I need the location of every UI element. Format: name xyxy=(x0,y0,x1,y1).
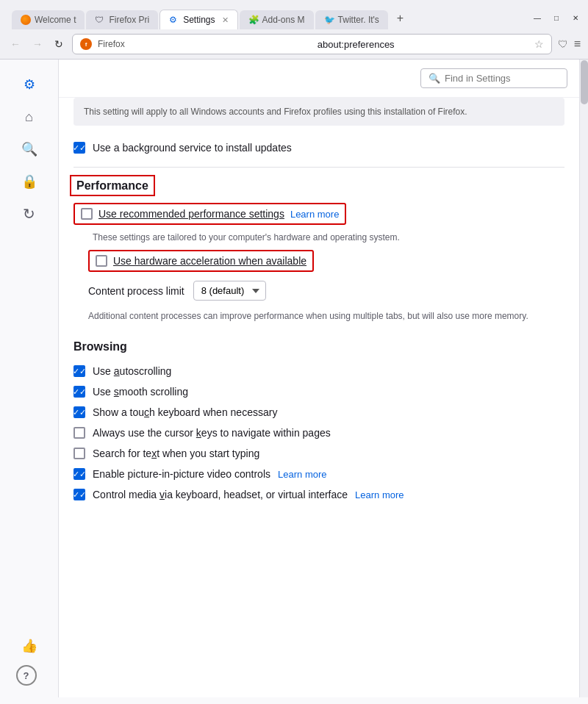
media-control-learn-more-link[interactable]: Learn more xyxy=(355,489,404,500)
process-limit-hint: Additional content processes can improve… xyxy=(88,309,559,323)
process-limit-label: Content process limit xyxy=(88,285,184,297)
recommended-settings-checkbox[interactable] xyxy=(81,208,93,220)
shield-icon: 🛡 xyxy=(95,15,105,25)
minimize-button[interactable]: — xyxy=(531,11,544,24)
browsing-item-touch-keyboard: ✓ Show a touch keyboard when necessary xyxy=(74,402,564,423)
browsing-item-search-typing: Search for text when you start typing xyxy=(74,443,564,464)
scrollbar-track[interactable] xyxy=(579,60,588,697)
new-tab-button[interactable]: + xyxy=(390,7,411,29)
address-bar: ← → ↻ f Firefox about:preferences ☆ 🛡 ≡ xyxy=(0,29,588,59)
sidebar-item-settings[interactable]: ⚙ xyxy=(16,71,43,98)
search-icon: 🔍 xyxy=(429,73,440,84)
tab-addons-label: Add-ons M xyxy=(262,15,305,25)
browsing-title: Browsing xyxy=(74,340,564,353)
window-controls: — □ ✕ xyxy=(531,11,582,24)
process-limit-select[interactable]: 8 (default) 1 2 4 16 xyxy=(193,281,266,301)
performance-section: Performance Use recommended performance … xyxy=(74,179,564,323)
sidebar-item-sync[interactable]: ↻ xyxy=(16,201,43,227)
tab-settings-close[interactable]: ✕ xyxy=(222,15,229,25)
browsing-item-media-control: ✓ Control media via keyboard, headset, o… xyxy=(74,484,564,505)
browser-chrome: Welcome t 🛡 Firefox Pri ⚙ Settings ✕ 🧩 A… xyxy=(0,0,588,60)
search-input[interactable] xyxy=(445,73,568,84)
sidebar-item-home[interactable]: ⌂ xyxy=(16,104,43,130)
url-address: about:preferences xyxy=(318,39,528,50)
process-limit-row: Content process limit 8 (default) 1 2 4 … xyxy=(88,275,564,306)
recommended-learn-more-link[interactable]: Learn more xyxy=(290,209,339,220)
pip-checkbox[interactable]: ✓ xyxy=(74,468,85,480)
settings-content-area: 🔍 This setting will apply to all Windows… xyxy=(59,60,579,697)
tab-settings[interactable]: ⚙ Settings ✕ xyxy=(159,10,237,29)
menu-button[interactable]: ≡ xyxy=(574,37,581,51)
cursor-keys-label[interactable]: Always use the cursor keys to navigate w… xyxy=(93,427,331,439)
main-layout: ⚙ ⌂ 🔍 🔒 ↻ 👍 ? 🔍 This setting will apply … xyxy=(0,60,588,697)
smooth-scroll-label[interactable]: Use smooth scrolling xyxy=(93,386,188,398)
title-bar: Welcome t 🛡 Firefox Pri ⚙ Settings ✕ 🧩 A… xyxy=(0,0,588,29)
search-typing-checkbox[interactable] xyxy=(74,448,85,459)
media-control-checkbox[interactable]: ✓ xyxy=(74,489,85,500)
tab-settings-label: Settings xyxy=(183,15,215,25)
puzzle-icon: 🧩 xyxy=(248,15,259,25)
notice-banner: This setting will apply to all Windows a… xyxy=(74,98,564,126)
performance-title-highlighted: Performance xyxy=(74,179,151,193)
notice-text: This setting will apply to all Windows a… xyxy=(84,107,467,117)
browsing-item-autoscroll: ✓ Use autoscrolling xyxy=(74,361,564,381)
hardware-accel-checkbox[interactable] xyxy=(96,255,107,267)
url-bar[interactable]: f Firefox about:preferences ☆ xyxy=(72,34,552,54)
bookmark-star-icon[interactable]: ☆ xyxy=(534,38,544,50)
sidebar-item-privacy[interactable]: 🔒 xyxy=(16,168,43,195)
background-service-row: ✓ Use a background service to install up… xyxy=(74,137,564,158)
touch-keyboard-label[interactable]: Show a touch keyboard when necessary xyxy=(93,406,277,418)
forward-button[interactable]: → xyxy=(29,35,46,53)
process-limit-select-wrapper: 8 (default) 1 2 4 16 xyxy=(193,281,266,301)
content-search-bar: 🔍 xyxy=(59,60,579,98)
shield-icon[interactable]: 🛡 xyxy=(558,38,568,50)
url-favicon: f xyxy=(80,38,92,50)
cursor-keys-checkbox[interactable] xyxy=(74,427,85,439)
smooth-scroll-checkbox[interactable]: ✓ xyxy=(74,386,85,398)
divider-performance xyxy=(74,167,564,168)
tab-privacy-label: Firefox Pri xyxy=(109,15,149,25)
sidebar-item-help[interactable]: ? xyxy=(16,665,37,686)
touch-keyboard-checkbox[interactable]: ✓ xyxy=(74,406,85,418)
tabs-bar: Welcome t 🛡 Firefox Pri ⚙ Settings ✕ 🧩 A… xyxy=(6,7,528,29)
media-control-label[interactable]: Control media via keyboard, headset, or … xyxy=(93,489,348,500)
tab-twitter-label: Twitter. It's xyxy=(338,15,379,25)
tab-welcome[interactable]: Welcome t xyxy=(12,10,85,29)
performance-title: Performance xyxy=(74,179,564,193)
hardware-accel-label[interactable]: Use hardware acceleration when available xyxy=(113,255,306,267)
browsing-section: Browsing ✓ Use autoscrolling ✓ Use smoot… xyxy=(74,340,564,505)
autoscroll-label[interactable]: Use autoscrolling xyxy=(93,365,171,377)
hardware-accel-highlight-box: Use hardware acceleration when available xyxy=(88,250,314,272)
search-typing-label[interactable]: Search for text when you start typing xyxy=(93,448,259,459)
find-in-settings[interactable]: 🔍 xyxy=(420,68,567,88)
browsing-item-cursor-keys: Always use the cursor keys to navigate w… xyxy=(74,423,564,443)
autoscroll-checkbox[interactable]: ✓ xyxy=(74,365,85,377)
close-button[interactable]: ✕ xyxy=(569,11,582,24)
browsing-item-pip: ✓ Enable picture-in-picture video contro… xyxy=(74,464,564,484)
pip-learn-more-link[interactable]: Learn more xyxy=(278,469,326,480)
sidebar-bottom: 👍 ? xyxy=(16,633,43,686)
recommended-settings-label[interactable]: Use recommended performance settings xyxy=(98,208,284,220)
background-service-label[interactable]: Use a background service to install upda… xyxy=(93,142,292,154)
tab-privacy[interactable]: 🛡 Firefox Pri xyxy=(86,10,158,29)
sidebar-item-search[interactable]: 🔍 xyxy=(16,136,43,162)
recommended-hint-text: These settings are tailored to your comp… xyxy=(93,231,564,244)
url-host: Firefox xyxy=(98,39,309,49)
tab-twitter[interactable]: 🐦 Twitter. It's xyxy=(315,10,388,29)
sidebar-item-feedback[interactable]: 👍 xyxy=(16,633,43,659)
reload-button[interactable]: ↻ xyxy=(51,35,66,53)
tab-addons[interactable]: 🧩 Add-ons M xyxy=(240,10,314,29)
sidebar: ⚙ ⌂ 🔍 🔒 ↻ 👍 ? xyxy=(0,60,59,697)
scrollbar-thumb[interactable] xyxy=(581,60,588,104)
tab-welcome-label: Welcome t xyxy=(35,15,76,25)
twitter-icon: 🐦 xyxy=(324,15,334,25)
gear-icon: ⚙ xyxy=(169,15,179,25)
browsing-item-smooth-scroll: ✓ Use smooth scrolling xyxy=(74,381,564,402)
firefox-icon xyxy=(21,15,31,25)
recommended-settings-highlight-box: Use recommended performance settings Lea… xyxy=(74,203,346,225)
background-service-checkbox[interactable]: ✓ xyxy=(74,142,85,154)
pip-label[interactable]: Enable picture-in-picture video controls xyxy=(93,468,270,480)
maximize-button[interactable]: □ xyxy=(550,11,563,24)
settings-sections: This setting will apply to all Windows a… xyxy=(59,98,579,520)
back-button[interactable]: ← xyxy=(7,35,24,53)
